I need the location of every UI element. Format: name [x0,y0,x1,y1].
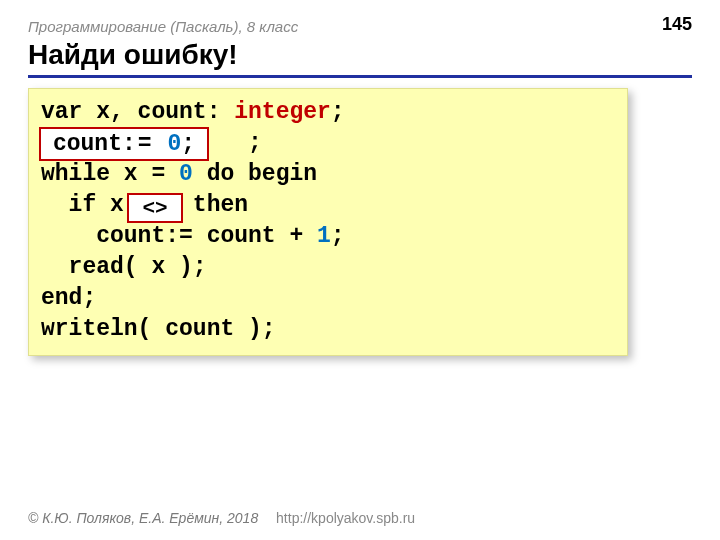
code-line-3: while x = 0 do begin [41,159,615,190]
correction-operator: <> [127,193,183,223]
code-text: do begin [193,161,317,187]
code-text: ; [331,223,345,249]
code-line-1: var x, count: integer; [41,97,615,128]
patch-zero: 0 [167,129,181,160]
footer: © К.Ю. Поляков, Е.А. Ерёмин, 2018 http:/… [28,510,415,526]
code-line-8: writeln( count ); [41,314,615,345]
code-line-5: count:= count + 1; [41,221,615,252]
code-line-6: read( x ); [41,252,615,283]
footer-url: http://kpolyakov.spb.ru [276,510,415,526]
code-text: count:= count + [41,223,317,249]
slide-title: Найди ошибку! [28,39,692,78]
course-label: Программирование (Паскаль), 8 класс [28,18,692,35]
code-text: var x, count: [41,99,234,125]
code-line-7: end; [41,283,615,314]
code-block: var x, count: integer; ; while x = 0 do … [28,88,628,356]
copyright: © К.Ю. Поляков, Е.А. Ерёмин, 2018 [28,510,258,526]
patch-text: count: [53,129,136,160]
page-number: 145 [662,14,692,35]
number-literal: 1 [317,223,331,249]
code-text: ; [248,130,262,156]
keyword-type: integer [234,99,331,125]
patch-text: ; [181,129,195,160]
code-text: while x = [41,161,179,187]
slide: Программирование (Паскаль), 8 класс 145 … [0,0,720,540]
patch-eq: = [138,129,152,160]
correction-count-init: count: = 0 ; [39,127,209,161]
patch-text: <> [142,193,167,224]
number-literal: 0 [179,161,193,187]
patch-text [154,129,168,160]
code-text: ; [331,99,345,125]
